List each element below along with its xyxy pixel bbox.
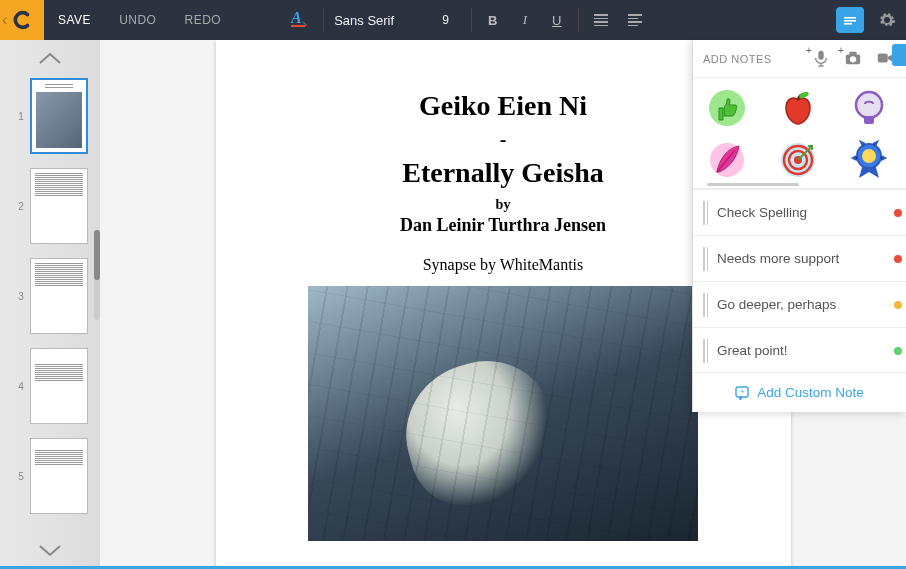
chevron-up-icon	[38, 51, 62, 65]
svg-text:+: +	[740, 387, 745, 396]
doc-credit: Synapse by WhiteMantis	[276, 256, 731, 274]
toolbar-right	[836, 7, 896, 33]
ribbon-icon	[849, 140, 889, 180]
drag-handle-icon[interactable]	[703, 247, 709, 271]
thumbnail-page-4[interactable]	[30, 348, 88, 424]
align-icon	[628, 14, 642, 26]
svg-rect-12	[864, 116, 874, 124]
drag-handle-icon[interactable]	[703, 293, 709, 317]
thumb-number: 3	[12, 291, 30, 302]
note-label: Check Spelling	[717, 205, 896, 220]
note-item[interactable]: Go deeper, perhaps	[693, 281, 906, 327]
thumb-row: 5	[12, 438, 88, 514]
doc-by-label: by	[276, 197, 731, 213]
notes-tools: + +	[812, 49, 896, 69]
app-logo[interactable]: ‹	[0, 0, 44, 40]
sticker-thumbs-up[interactable]	[707, 88, 747, 128]
gear-icon	[878, 11, 896, 29]
chevron-down-icon	[38, 544, 62, 558]
thumbnail-page-2[interactable]	[30, 168, 88, 244]
main-area: 1 2 3 4	[0, 40, 906, 569]
thumbnail-panel: 1 2 3 4	[0, 40, 100, 569]
thumb-number: 2	[12, 201, 30, 212]
camera-icon	[844, 49, 862, 67]
thumb-row: 2	[12, 168, 88, 244]
thumb-number: 4	[12, 381, 30, 392]
thumb-scroll-up[interactable]	[20, 48, 80, 68]
thumb-number: 5	[12, 471, 30, 482]
bullet-list-button[interactable]	[589, 0, 613, 40]
font-family-select[interactable]: Sans Serif	[334, 13, 394, 28]
align-button[interactable]	[623, 0, 647, 40]
separator	[323, 8, 324, 32]
svg-rect-8	[878, 53, 888, 62]
sticker-scrollbar[interactable]	[707, 183, 799, 186]
note-list: Check Spelling Needs more support Go dee…	[693, 189, 906, 372]
undo-button[interactable]: UNDO	[105, 0, 170, 40]
thumb-number: 1	[12, 111, 30, 122]
doc-title-line2: Eternally Geisha	[276, 157, 731, 189]
separator	[578, 8, 579, 32]
doc-cover-image	[308, 286, 698, 541]
sticker-feather[interactable]	[707, 140, 747, 180]
lightbulb-icon	[849, 88, 889, 128]
svg-rect-3	[844, 23, 852, 25]
target-icon	[778, 140, 818, 180]
thumbnail-page-3[interactable]	[30, 258, 88, 334]
note-label: Needs more support	[717, 251, 896, 266]
font-size-select[interactable]: 9	[442, 13, 449, 27]
note-label: Go deeper, perhaps	[717, 297, 896, 312]
thumbs-up-icon	[707, 88, 747, 128]
notes-header: ADD NOTES + +	[693, 40, 906, 78]
note-item[interactable]: Needs more support	[693, 235, 906, 281]
bullet-list-icon	[594, 14, 608, 26]
doc-author: Dan Leinir Turthra Jensen	[276, 215, 731, 236]
italic-button[interactable]: I	[514, 0, 536, 40]
sticker-grid	[693, 78, 906, 189]
sticker-ribbon[interactable]	[849, 140, 889, 180]
thumb-scroll-down[interactable]	[20, 541, 80, 561]
add-custom-label: Add Custom Note	[757, 385, 864, 400]
font-style-icon[interactable]: A	[289, 8, 309, 32]
font-controls: A Sans Serif 9 B I U	[289, 0, 647, 40]
note-color-dot	[894, 301, 902, 309]
note-item[interactable]: Great point!	[693, 327, 906, 372]
comments-button[interactable]	[836, 7, 864, 33]
drag-handle-icon[interactable]	[703, 201, 709, 225]
logo-icon	[10, 8, 34, 32]
note-item[interactable]: Check Spelling	[693, 189, 906, 235]
thumbnail-page-1[interactable]	[30, 78, 88, 154]
separator	[471, 8, 472, 32]
sticker-target[interactable]	[778, 140, 818, 180]
note-label: Great point!	[717, 343, 896, 358]
doc-title-separator: -	[276, 128, 731, 151]
save-button[interactable]: SAVE	[44, 0, 105, 40]
notes-panel: ADD NOTES + +	[692, 40, 906, 412]
sticker-apple[interactable]	[778, 88, 818, 128]
doc-title-line1: Geiko Eien Ni	[276, 90, 731, 122]
sticker-lightbulb[interactable]	[849, 88, 889, 128]
add-audio-note-button[interactable]: +	[812, 49, 832, 69]
svg-point-6	[850, 56, 856, 62]
svg-rect-1	[844, 17, 856, 19]
note-color-dot	[894, 209, 902, 217]
comment-icon	[842, 13, 858, 27]
add-photo-note-button[interactable]: +	[844, 49, 864, 69]
thumb-scrollbar[interactable]	[94, 230, 100, 320]
thumb-row: 4	[12, 348, 88, 424]
svg-rect-4	[818, 50, 823, 59]
toolbar: ‹ SAVE UNDO REDO A Sans Serif 9 B I U	[0, 0, 906, 40]
bold-button[interactable]: B	[482, 0, 504, 40]
svg-rect-2	[844, 20, 856, 22]
underline-button[interactable]: U	[546, 0, 568, 40]
note-color-dot	[894, 347, 902, 355]
redo-button[interactable]: REDO	[170, 0, 235, 40]
settings-button[interactable]	[878, 11, 896, 29]
drag-handle-icon[interactable]	[703, 339, 709, 363]
thumbnail-page-5[interactable]	[30, 438, 88, 514]
notes-panel-tab[interactable]	[892, 44, 906, 66]
thumbnail-list: 1 2 3 4	[12, 72, 88, 537]
feather-icon	[707, 140, 747, 180]
svg-text:A: A	[290, 9, 302, 26]
add-custom-note-button[interactable]: + Add Custom Note	[693, 372, 906, 412]
